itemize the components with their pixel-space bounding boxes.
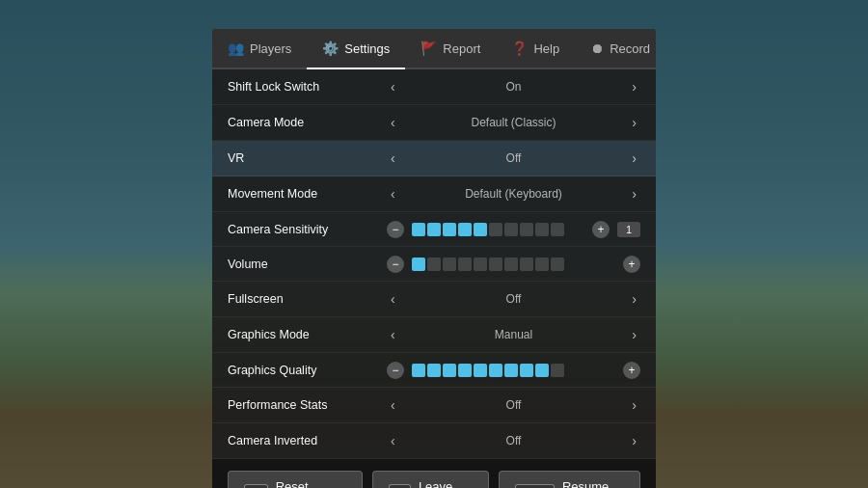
setting-row-fullscreen: Fullscreen‹Off›	[212, 282, 656, 317]
setting-label-movement-mode: Movement Mode	[228, 187, 387, 201]
setting-row-performance-stats: Performance Stats‹Off›	[212, 388, 656, 423]
arrow-right-fullscreen[interactable]: ›	[628, 289, 640, 309]
setting-value-camera-inverted: Off	[407, 434, 621, 447]
bar-segment-6	[504, 364, 518, 377]
arrow-left-camera-inverted[interactable]: ‹	[387, 431, 399, 450]
setting-label-shift-lock: Shift Lock Switch	[228, 80, 387, 94]
bar-segment-1	[427, 258, 441, 271]
resume-label: Resume Game	[562, 479, 624, 488]
setting-control-shift-lock: ‹On›	[387, 77, 640, 96]
setting-label-camera-inverted: Camera Inverted	[228, 434, 387, 447]
setting-value-graphics-mode: Manual	[407, 328, 621, 341]
reset-character-button[interactable]: R Reset Character	[228, 471, 363, 488]
setting-row-graphics-quality: Graphics Quality−+	[212, 353, 656, 388]
settings-icon: ⚙️	[322, 41, 339, 56]
resume-key: ESC	[515, 484, 555, 488]
setting-control-graphics-mode: ‹Manual›	[387, 325, 640, 344]
bar-segment-8	[535, 364, 549, 377]
arrow-right-movement-mode[interactable]: ›	[628, 184, 640, 203]
resume-game-button[interactable]: ESC Resume Game	[499, 471, 640, 488]
arrow-right-shift-lock[interactable]: ›	[628, 77, 640, 96]
setting-row-camera-mode: Camera Mode‹Default (Classic)›	[212, 105, 656, 141]
bar-segment-7	[520, 258, 533, 271]
bar-segment-7	[520, 364, 533, 377]
tab-report[interactable]: 🚩 Report	[405, 29, 496, 68]
arrow-left-movement-mode[interactable]: ‹	[387, 184, 399, 203]
slider-bars-graphics-quality	[412, 364, 615, 377]
bar-segment-4	[474, 364, 487, 377]
setting-label-fullscreen: Fullscreen	[228, 292, 387, 306]
arrow-left-fullscreen[interactable]: ‹	[387, 289, 399, 309]
setting-label-camera-sensitivity: Camera Sensitivity	[228, 223, 387, 236]
setting-control-camera-mode: ‹Default (Classic)›	[387, 113, 640, 132]
slider-minus-volume[interactable]: −	[387, 256, 404, 273]
bar-segment-7	[520, 223, 533, 236]
setting-row-vr: VR‹Off›	[212, 141, 656, 176]
tab-settings[interactable]: ⚙️ Settings	[307, 29, 405, 69]
bar-segment-9	[551, 258, 564, 271]
bar-segment-5	[489, 258, 502, 271]
arrow-right-performance-stats[interactable]: ›	[628, 395, 640, 415]
setting-control-camera-inverted: ‹Off›	[387, 431, 640, 450]
slider-value-camera-sensitivity: 1	[617, 222, 640, 237]
setting-label-camera-mode: Camera Mode	[228, 116, 387, 129]
bar-segment-3	[458, 258, 472, 271]
bar-segment-9	[551, 364, 564, 377]
bar-segment-4	[474, 223, 487, 236]
tab-record[interactable]: ⏺ Record	[575, 29, 656, 68]
slider-plus-graphics-quality[interactable]: +	[623, 362, 640, 379]
setting-value-movement-mode: Default (Keyboard)	[407, 187, 621, 201]
arrow-left-camera-mode[interactable]: ‹	[387, 113, 399, 132]
bar-segment-0	[412, 258, 425, 271]
setting-value-performance-stats: Off	[407, 398, 621, 412]
slider-plus-volume[interactable]: +	[623, 256, 640, 273]
setting-control-movement-mode: ‹Default (Keyboard)›	[387, 184, 640, 203]
tab-help[interactable]: ❓ Help	[496, 29, 575, 68]
setting-value-vr: Off	[407, 151, 621, 165]
arrow-right-camera-inverted[interactable]: ›	[628, 431, 640, 450]
players-icon: 👥	[228, 41, 244, 56]
setting-control-vr: ‹Off›	[387, 149, 640, 168]
bar-segment-8	[535, 258, 549, 271]
setting-control-fullscreen: ‹Off›	[387, 289, 640, 309]
settings-panel: 👥 Players ⚙️ Settings 🚩 Report ❓ Help ⏺ …	[212, 29, 656, 488]
setting-label-vr: VR	[228, 151, 387, 165]
arrow-right-camera-mode[interactable]: ›	[628, 113, 640, 132]
setting-label-graphics-quality: Graphics Quality	[228, 364, 387, 377]
bar-segment-5	[489, 223, 502, 236]
report-icon: 🚩	[420, 41, 437, 56]
record-icon: ⏺	[590, 41, 604, 56]
slider-plus-camera-sensitivity[interactable]: +	[592, 221, 610, 238]
slider-bars-volume	[412, 258, 615, 271]
slider-minus-camera-sensitivity[interactable]: −	[387, 221, 404, 238]
tab-players[interactable]: 👥 Players	[212, 29, 307, 68]
bar-segment-3	[458, 364, 472, 377]
tab-bar: 👥 Players ⚙️ Settings 🚩 Report ❓ Help ⏺ …	[212, 29, 656, 69]
setting-control-camera-sensitivity: −+1	[387, 221, 640, 238]
arrow-right-vr[interactable]: ›	[628, 149, 640, 168]
settings-body: Shift Lock Switch‹On›Camera Mode‹Default…	[212, 69, 656, 459]
bar-segment-3	[458, 223, 472, 236]
setting-row-shift-lock: Shift Lock Switch‹On›	[212, 69, 656, 105]
setting-value-fullscreen: Off	[407, 292, 621, 306]
leave-game-button[interactable]: L Leave Game	[372, 471, 490, 488]
setting-control-graphics-quality: −+	[387, 362, 640, 379]
setting-row-graphics-mode: Graphics Mode‹Manual›	[212, 317, 656, 353]
bar-segment-6	[504, 258, 518, 271]
bar-segment-2	[443, 223, 456, 236]
arrow-left-performance-stats[interactable]: ‹	[387, 395, 399, 415]
arrow-left-graphics-mode[interactable]: ‹	[387, 325, 399, 344]
setting-label-performance-stats: Performance Stats	[228, 398, 387, 412]
bottom-buttons: R Reset Character L Leave Game ESC Resum…	[212, 459, 656, 488]
setting-control-volume: −+	[387, 256, 640, 273]
bar-segment-8	[535, 223, 549, 236]
bar-segment-1	[427, 364, 441, 377]
slider-minus-graphics-quality[interactable]: −	[387, 362, 404, 379]
arrow-left-shift-lock[interactable]: ‹	[387, 77, 399, 96]
arrow-right-graphics-mode[interactable]: ›	[628, 325, 640, 344]
arrow-left-vr[interactable]: ‹	[387, 149, 399, 168]
bar-segment-2	[443, 364, 456, 377]
help-icon: ❓	[511, 41, 528, 56]
slider-bars-camera-sensitivity	[412, 223, 584, 236]
bar-segment-9	[551, 223, 564, 236]
